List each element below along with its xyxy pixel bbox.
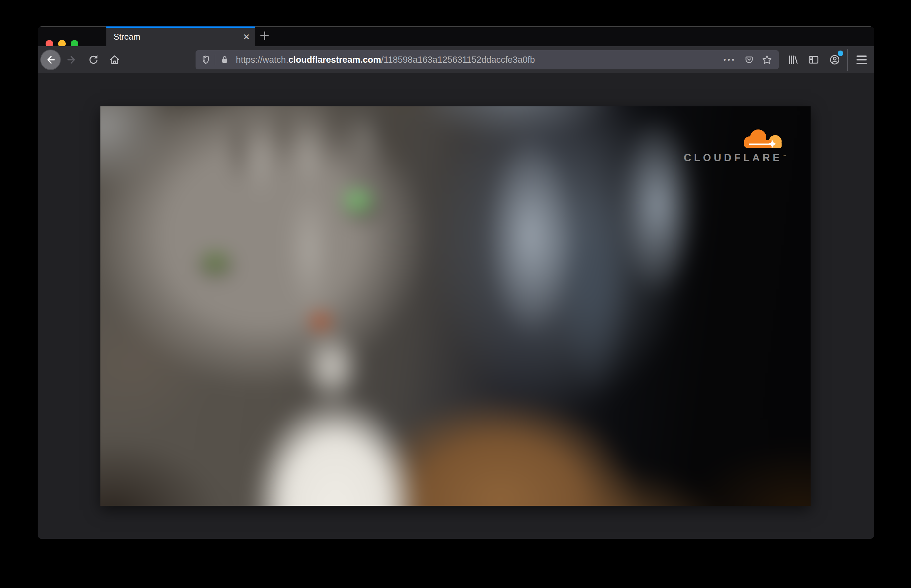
forward-arrow-icon xyxy=(66,54,78,66)
back-arrow-icon xyxy=(45,54,57,66)
tab-title: Stream xyxy=(114,28,141,45)
account-button[interactable] xyxy=(827,52,843,68)
watermark-brand-text: CLOUDFLARE xyxy=(684,152,782,163)
new-tab-button[interactable]: + xyxy=(257,28,273,44)
cloudflare-cloud-icon xyxy=(737,125,787,151)
url-text: https://watch.cloudflarestream.com/11859… xyxy=(236,50,724,69)
browser-window: Stream ✕ + xyxy=(38,26,874,539)
connection-secure-lock-icon[interactable] xyxy=(217,55,232,65)
reload-icon xyxy=(87,54,99,66)
tab-bar: Stream ✕ + xyxy=(38,26,874,46)
hamburger-icon xyxy=(856,55,867,57)
url-domain: cloudflarestream.com xyxy=(288,55,381,65)
account-notification-dot xyxy=(838,50,843,56)
forward-button[interactable] xyxy=(64,52,79,68)
navigation-toolbar: https://watch.cloudflarestream.com/11859… xyxy=(38,46,874,73)
plus-icon: + xyxy=(260,27,270,44)
home-icon xyxy=(109,54,121,66)
bookmark-star-icon[interactable] xyxy=(758,54,776,65)
urlbar-divider xyxy=(215,55,215,65)
page-content: CLOUDFLARE™ xyxy=(38,73,874,539)
toolbar-divider xyxy=(847,49,848,71)
library-button[interactable] xyxy=(785,52,801,68)
page-actions-icon[interactable]: ••• xyxy=(724,55,736,64)
desktop-background: Stream ✕ + xyxy=(0,0,911,588)
reload-button[interactable] xyxy=(86,52,102,68)
sidebar-icon xyxy=(808,54,819,66)
home-button[interactable] xyxy=(107,52,123,68)
video-frame-blurry-cat xyxy=(100,107,811,506)
menu-button[interactable] xyxy=(853,52,869,68)
url-path: /118598a163a125631152ddaccfe3a0fb xyxy=(381,55,535,65)
cloudflare-watermark: CLOUDFLARE™ xyxy=(681,125,793,164)
library-icon xyxy=(787,54,799,66)
back-button[interactable] xyxy=(40,50,61,70)
url-bar[interactable]: https://watch.cloudflarestream.com/11859… xyxy=(195,50,779,69)
tracking-protection-shield-icon[interactable] xyxy=(199,55,213,65)
tab-stream[interactable]: Stream ✕ xyxy=(107,26,255,46)
video-player[interactable]: CLOUDFLARE™ xyxy=(100,107,811,506)
pocket-icon[interactable] xyxy=(741,55,758,65)
watermark-brand: CLOUDFLARE™ xyxy=(684,152,793,164)
watermark-tm: ™ xyxy=(782,154,787,158)
close-tab-icon[interactable]: ✕ xyxy=(243,33,250,41)
url-scheme-subdomain: https://watch. xyxy=(236,55,288,65)
sidebar-button[interactable] xyxy=(806,52,822,68)
